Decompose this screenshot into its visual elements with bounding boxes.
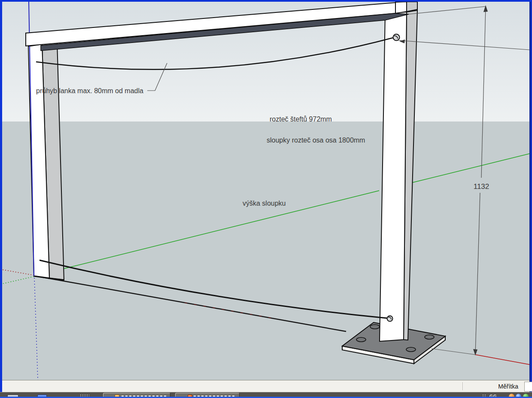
window-border-right[interactable] <box>529 2 532 392</box>
status-bar: Měřítka <box>2 380 529 392</box>
annotation-stud-spacing[interactable]: rozteč šteftů 972mm <box>270 115 332 123</box>
ground-background <box>2 122 529 380</box>
scale-label: Měřítka <box>498 383 518 390</box>
dimension-value-text[interactable]: 1132 <box>474 182 489 191</box>
bottom-eyelet[interactable] <box>387 316 393 322</box>
3d-viewport[interactable]: průhyb lanka max. 80mm od madla rozteč š… <box>2 2 529 380</box>
top-eyelet[interactable] <box>393 34 400 41</box>
annotation-post-height[interactable]: výška sloupku <box>243 200 286 207</box>
annotation-post-spacing[interactable]: sloupky rozteč osa osa 1800mm <box>267 137 365 144</box>
status-bar-separator <box>462 382 463 390</box>
annotation-cable-sag[interactable]: průhyb lanka max. 80mm od madla <box>36 87 143 94</box>
scale-value-box[interactable] <box>524 382 532 392</box>
